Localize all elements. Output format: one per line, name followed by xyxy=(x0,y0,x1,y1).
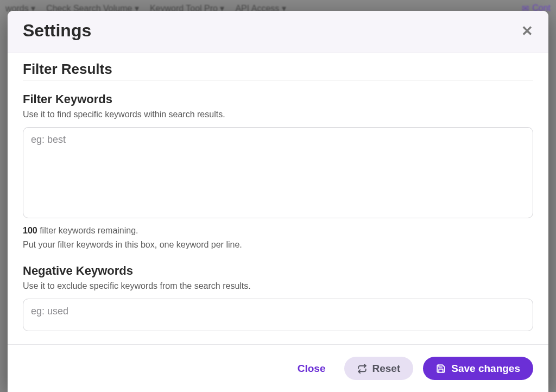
filter-keywords-desc: Use it to find specific keywords within … xyxy=(23,110,533,119)
close-button[interactable]: Close xyxy=(289,357,334,380)
close-icon[interactable]: ✕ xyxy=(521,24,533,38)
filter-keywords-label: Filter Keywords xyxy=(23,92,533,106)
reset-button-label: Reset xyxy=(372,363,401,374)
retweet-icon xyxy=(357,364,367,374)
section-title-filter-results: Filter Results xyxy=(23,61,533,80)
filter-remaining-text: filter keywords remaining. xyxy=(37,226,138,235)
settings-modal: Settings ✕ Filter Results Filter Keyword… xyxy=(8,11,548,392)
negative-keywords-label: Negative Keywords xyxy=(23,264,533,278)
modal-body: Filter Results Filter Keywords Use it to… xyxy=(8,53,548,344)
modal-footer: Close Reset Save changes xyxy=(8,344,548,392)
filter-keywords-input[interactable] xyxy=(23,127,533,218)
save-changes-button[interactable]: Save changes xyxy=(423,357,533,380)
save-button-label: Save changes xyxy=(451,363,520,374)
reset-button[interactable]: Reset xyxy=(344,357,414,380)
filter-remaining-count: 100 xyxy=(23,226,37,235)
save-icon xyxy=(436,364,446,374)
filter-remaining: 100 filter keywords remaining. xyxy=(23,226,533,236)
filter-hint: Put your filter keywords in this box, on… xyxy=(23,240,533,250)
modal-title: Settings xyxy=(23,21,91,41)
modal-header: Settings ✕ xyxy=(8,11,548,53)
negative-keywords-desc: Use it to exclude specific keywords from… xyxy=(23,281,533,291)
negative-keywords-input[interactable] xyxy=(23,299,533,331)
